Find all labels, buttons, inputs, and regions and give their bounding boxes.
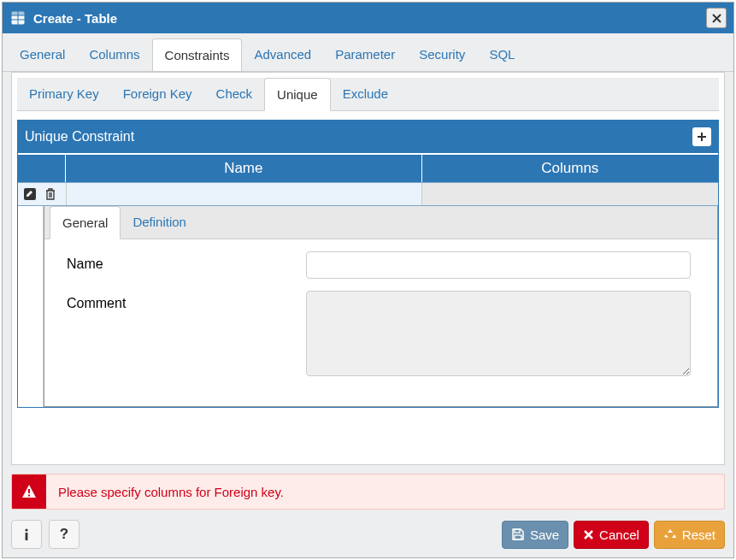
info-icon	[22, 528, 31, 541]
tab-general[interactable]: General	[8, 38, 77, 71]
help-button[interactable]: ?	[49, 520, 79, 549]
plus-icon	[697, 132, 707, 142]
row-actions	[18, 183, 66, 205]
reset-label: Reset	[682, 528, 715, 542]
name-label: Name	[67, 251, 306, 272]
alert-text: Please specify columns for Foreign key.	[46, 485, 296, 499]
cancel-icon	[583, 529, 594, 540]
form-row-comment: Comment	[67, 291, 700, 379]
panel-title: Unique Constraint	[25, 129, 692, 144]
detail-tabs: General Definition	[44, 206, 717, 239]
tab-constraints[interactable]: Constraints	[152, 38, 243, 72]
error-alert: Please specify columns for Foreign key.	[11, 474, 725, 510]
question-icon: ?	[60, 526, 68, 543]
svg-point-13	[25, 528, 27, 531]
tab-security[interactable]: Security	[407, 38, 477, 71]
edit-row-button[interactable]	[21, 186, 38, 203]
window-title: Create - Table	[33, 11, 706, 26]
pencil-icon	[23, 187, 37, 201]
panel-header: Unique Constraint	[18, 121, 718, 153]
row-columns-cell[interactable]	[421, 183, 718, 205]
th-actions	[18, 155, 66, 182]
tab-advanced[interactable]: Advanced	[242, 38, 323, 71]
subtab-unique[interactable]: Unique	[264, 78, 331, 111]
svg-rect-11	[28, 489, 30, 493]
form-area: Name Comment	[44, 239, 717, 406]
tab-columns[interactable]: Columns	[77, 38, 151, 71]
reset-button[interactable]: Reset	[654, 521, 725, 549]
trash-icon	[44, 188, 56, 200]
tab-sql[interactable]: SQL	[477, 38, 527, 71]
add-constraint-button[interactable]	[692, 127, 711, 146]
svg-rect-15	[515, 529, 520, 533]
info-button[interactable]	[11, 520, 42, 549]
subtab-foreign-key[interactable]: Foreign Key	[111, 78, 204, 110]
warning-icon	[12, 475, 46, 509]
th-columns: Columns	[422, 155, 718, 182]
comment-textarea[interactable]	[306, 291, 691, 376]
table-icon	[9, 9, 26, 27]
detail-tab-definition[interactable]: Definition	[121, 206, 198, 239]
row-name-cell[interactable]	[66, 183, 421, 205]
detail-area: General Definition Name Comment	[18, 206, 718, 407]
name-input[interactable]	[306, 251, 691, 279]
close-icon	[712, 14, 721, 23]
tab-parameter[interactable]: Parameter	[323, 38, 407, 71]
content-area: Primary Key Foreign Key Check Unique Exc…	[11, 72, 725, 465]
constraint-sub-tabs: Primary Key Foreign Key Check Unique Exc…	[17, 78, 719, 111]
detail-body: General Definition Name Comment	[44, 206, 718, 407]
table-row[interactable]	[18, 182, 718, 206]
subtab-primary-key[interactable]: Primary Key	[17, 78, 111, 110]
svg-rect-12	[28, 495, 30, 497]
th-name: Name	[66, 155, 422, 182]
footer: Please specify columns for Foreign key. …	[3, 474, 733, 557]
detail-gutter	[18, 206, 44, 407]
comment-label: Comment	[67, 291, 306, 311]
main-tabs: General Columns Constraints Advanced Par…	[3, 33, 733, 72]
save-icon	[511, 528, 525, 541]
constraint-table-header: Name Columns	[18, 153, 718, 182]
svg-rect-14	[26, 533, 28, 540]
save-label: Save	[530, 528, 559, 542]
subtab-exclude[interactable]: Exclude	[331, 78, 400, 110]
form-row-name: Name	[67, 251, 700, 279]
save-button[interactable]: Save	[502, 521, 568, 549]
dialog: Create - Table General Columns Constrain…	[2, 2, 734, 558]
title-bar: Create - Table	[3, 3, 733, 33]
close-button[interactable]	[706, 8, 727, 28]
subtab-check[interactable]: Check	[204, 78, 265, 110]
unique-constraint-panel: Unique Constraint Name Columns	[17, 120, 719, 408]
detail-tab-general[interactable]: General	[50, 206, 121, 239]
recycle-icon	[663, 528, 677, 541]
cancel-button[interactable]: Cancel	[574, 521, 649, 549]
cancel-label: Cancel	[599, 528, 639, 542]
delete-row-button[interactable]	[42, 186, 59, 203]
button-row: ? Save Cancel Reset	[11, 520, 725, 549]
